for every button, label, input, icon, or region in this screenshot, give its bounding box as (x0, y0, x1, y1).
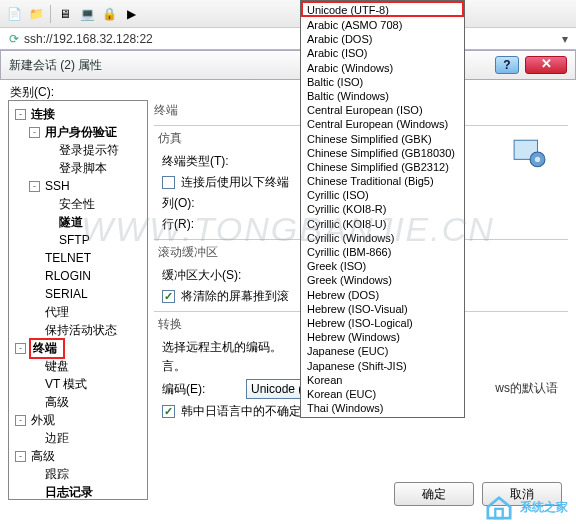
tree-item[interactable]: 安全性 (11, 195, 145, 213)
tree-item[interactable]: 登录脚本 (11, 159, 145, 177)
tree-item[interactable]: -用户身份验证 (11, 123, 145, 141)
tree-item[interactable]: 保持活动状态 (11, 321, 145, 339)
tool-icon-5[interactable]: 🔒 (99, 4, 119, 24)
dropdown-item[interactable]: Cyrillic (ISO) (301, 187, 464, 201)
dropdown-item[interactable]: Cyrillic (KOI8-R) (301, 201, 464, 215)
tree-label: 边距 (43, 430, 71, 447)
tool-icon-2[interactable]: 📁 (26, 4, 46, 24)
buffer-label: 缓冲区大小(S): (162, 267, 241, 284)
tree-item[interactable]: -连接 (11, 105, 145, 123)
tree-label: 跟踪 (43, 466, 71, 483)
tree-item[interactable]: 边距 (11, 429, 145, 447)
encoding-dropdown-list[interactable]: Unicode (UTF-8)Arabic (ASMO 708)Arabic (… (300, 0, 465, 418)
dropdown-item[interactable]: Chinese Simplified (GB2312) (301, 159, 464, 173)
encoding-label: 编码(E): (162, 381, 240, 398)
brand-logo: 系统之家 (484, 494, 568, 520)
close-button[interactable]: ✕ (525, 56, 567, 74)
dropdown-item[interactable]: Hebrew (DOS) (301, 287, 464, 301)
tree-item[interactable]: 高级 (11, 393, 145, 411)
tree-label: SERIAL (43, 287, 90, 301)
tree-item[interactable]: 代理 (11, 303, 145, 321)
tree-item[interactable]: SERIAL (11, 285, 145, 303)
tree-label: 用户身份验证 (43, 124, 119, 141)
tree-label: 代理 (43, 304, 71, 321)
tree-item[interactable]: SFTP (11, 231, 145, 249)
settings-gear-icon (512, 136, 546, 170)
dropdown-item[interactable]: Korean (301, 372, 464, 386)
tree-item[interactable]: -终端 (11, 339, 145, 357)
tree-item[interactable]: 键盘 (11, 357, 145, 375)
remote-encoding-text: 选择远程主机的编码。 (162, 339, 282, 356)
tree-label: 登录脚本 (57, 160, 109, 177)
tool-icon-6[interactable]: ▶ (121, 4, 141, 24)
tool-icon-1[interactable]: 📄 (4, 4, 24, 24)
dropdown-item[interactable]: Chinese Simplified (GB18030) (301, 145, 464, 159)
trail-text: ws的默认语 (495, 380, 558, 397)
tree-label: 高级 (43, 394, 71, 411)
tree-label: VT 模式 (43, 376, 89, 393)
dropdown-item[interactable]: Arabic (ASMO 708) (301, 17, 464, 31)
tree-item[interactable]: 隧道 (11, 213, 145, 231)
dropdown-item[interactable]: Baltic (ISO) (301, 74, 464, 88)
cjk-checkbox[interactable]: ✓ (162, 405, 175, 418)
tree-item[interactable]: -高级 (11, 447, 145, 465)
dialog-titlebar: 新建会话 (2) 属性 ? ✕ (0, 50, 576, 80)
tree-item[interactable]: -SSH (11, 177, 145, 195)
tree-toggle-icon[interactable]: - (29, 181, 40, 192)
dropdown-item[interactable]: Arabic (Windows) (301, 60, 464, 74)
address-input[interactable] (24, 32, 558, 46)
dropdown-item[interactable]: Greek (ISO) (301, 258, 464, 272)
tree-label: 保持活动状态 (43, 322, 119, 339)
dropdown-item[interactable]: Cyrillic (KOI8-U) (301, 216, 464, 230)
tool-icon-3[interactable]: 🖥 (55, 4, 75, 24)
dropdown-item[interactable]: Korean (EUC) (301, 386, 464, 400)
dropdown-item[interactable]: Chinese Simplified (GBK) (301, 131, 464, 145)
term-type-label: 终端类型(T): (162, 153, 240, 170)
dropdown-item[interactable]: Central European (ISO) (301, 102, 464, 116)
dropdown-item[interactable]: Arabic (ISO) (301, 45, 464, 59)
address-dropdown-icon[interactable]: ▾ (558, 32, 572, 46)
tree-item[interactable]: 日志记录 (11, 483, 145, 500)
dropdown-item[interactable]: Chinese Traditional (Big5) (301, 173, 464, 187)
dropdown-item[interactable]: Turkish (ISO) (301, 414, 464, 418)
tree-label: 安全性 (57, 196, 97, 213)
dropdown-item[interactable]: Baltic (Windows) (301, 88, 464, 102)
help-button[interactable]: ? (495, 56, 519, 74)
col-label: 列(O): (162, 195, 240, 212)
tree-item[interactable]: 登录提示符 (11, 141, 145, 159)
tree-label: 键盘 (43, 358, 71, 375)
tree-item[interactable]: VT 模式 (11, 375, 145, 393)
tree-item[interactable]: RLOGIN (11, 267, 145, 285)
tree-toggle-icon[interactable]: - (15, 451, 26, 462)
address-bar: ⟳ ▾ (0, 28, 576, 50)
clear-scroll-checkbox[interactable]: ✓ (162, 290, 175, 303)
tree-item[interactable]: 跟踪 (11, 465, 145, 483)
dropdown-item[interactable]: Greek (Windows) (301, 272, 464, 286)
tool-icon-4[interactable]: 💻 (77, 4, 97, 24)
dropdown-item[interactable]: Japanese (Shift-JIS) (301, 358, 464, 372)
dropdown-item[interactable]: Unicode (UTF-8) (301, 1, 464, 17)
top-toolbar: 📄 📁 🖥 💻 🔒 ▶ (0, 0, 576, 28)
dropdown-item[interactable]: Hebrew (ISO-Visual) (301, 301, 464, 315)
dropdown-item[interactable]: Cyrillic (Windows) (301, 230, 464, 244)
dropdown-item[interactable]: Central European (Windows) (301, 116, 464, 130)
dropdown-item[interactable]: Japanese (EUC) (301, 343, 464, 357)
tree-toggle-icon[interactable]: - (15, 343, 26, 354)
ok-button[interactable]: 确定 (394, 482, 474, 506)
tree-toggle-icon[interactable]: - (15, 109, 26, 120)
tree-item[interactable]: TELNET (11, 249, 145, 267)
reload-icon[interactable]: ⟳ (4, 29, 24, 49)
tree-toggle-icon[interactable]: - (29, 127, 40, 138)
tree-toggle-icon[interactable]: - (15, 415, 26, 426)
dropdown-item[interactable]: Hebrew (ISO-Logical) (301, 315, 464, 329)
clear-scroll-label: 将清除的屏幕推到滚 (181, 288, 289, 305)
dropdown-item[interactable]: Cyrillic (IBM-866) (301, 244, 464, 258)
brand-text: 系统之家 (520, 499, 568, 516)
dropdown-item[interactable]: Arabic (DOS) (301, 31, 464, 45)
dialog-body: -连接-用户身份验证登录提示符登录脚本-SSH安全性隧道SFTPTELNETRL… (0, 94, 576, 518)
dropdown-item[interactable]: Thai (Windows) (301, 400, 464, 414)
dropdown-item[interactable]: Hebrew (Windows) (301, 329, 464, 343)
row-label: 行(R): (162, 216, 240, 233)
tree-item[interactable]: -外观 (11, 411, 145, 429)
use-following-checkbox[interactable] (162, 176, 175, 189)
